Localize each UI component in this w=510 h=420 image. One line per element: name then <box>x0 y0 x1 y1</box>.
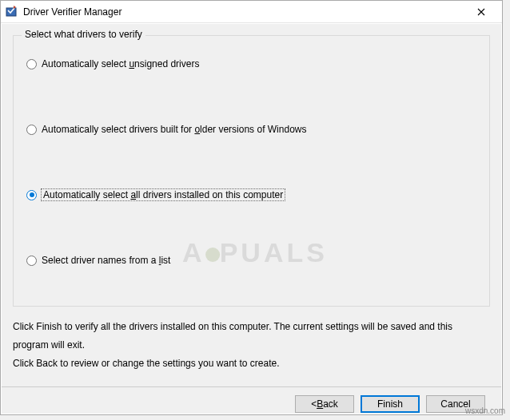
help-text: Click Finish to verify all the drivers i… <box>13 318 490 372</box>
drivers-groupbox: Select what drivers to verify Automatica… <box>13 35 490 307</box>
titlebar: Driver Verifier Manager <box>1 1 502 23</box>
back-button[interactable]: < Back <box>295 395 354 413</box>
close-icon <box>477 8 485 16</box>
button-row: < Back Finish Cancel <box>13 395 485 413</box>
help-line-1: Click Finish to verify all the drivers i… <box>13 318 490 355</box>
radio-unsigned-drivers[interactable]: Automatically select unsigned drivers <box>26 58 476 69</box>
groupbox-title: Select what drivers to verify <box>22 29 145 40</box>
radio-older-windows-drivers[interactable]: Automatically select drivers built for o… <box>26 124 476 135</box>
radio-label: Automatically select drivers built for o… <box>42 124 306 135</box>
radio-select-from-list[interactable]: Select driver names from a list <box>26 255 476 266</box>
credit-text: wsxdn.com <box>465 406 505 415</box>
window-title: Driver Verifier Manager <box>23 6 465 18</box>
app-icon <box>6 6 18 18</box>
divider <box>2 386 501 387</box>
radio-label: Automatically select all drivers install… <box>42 189 285 200</box>
client-area: Select what drivers to verify Automatica… <box>2 24 501 414</box>
radio-icon <box>26 256 37 266</box>
radio-label: Select driver names from a list <box>42 255 170 266</box>
radio-label: Automatically select unsigned drivers <box>42 58 199 69</box>
help-line-2: Click Back to review or change the setti… <box>13 355 490 373</box>
dialog-window: Driver Verifier Manager Select what driv… <box>0 0 503 415</box>
finish-button[interactable]: Finish <box>361 395 420 413</box>
radio-all-installed-drivers[interactable]: Automatically select all drivers install… <box>26 189 476 200</box>
close-button[interactable] <box>465 1 497 23</box>
radio-icon <box>26 125 37 135</box>
radio-icon <box>26 59 37 69</box>
radio-icon <box>26 190 37 200</box>
